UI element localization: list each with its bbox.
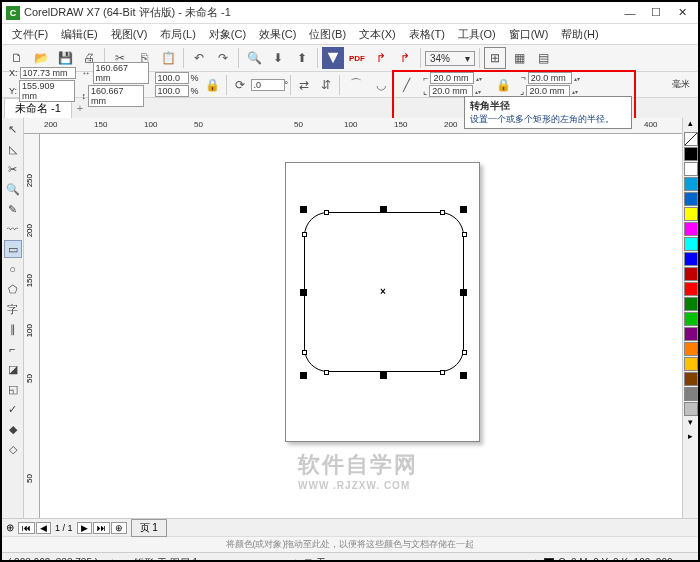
- swatch[interactable]: [684, 192, 698, 206]
- handle-tm[interactable]: [380, 206, 387, 213]
- import-button[interactable]: ⬇: [267, 47, 289, 69]
- rectangle-tool[interactable]: ▭: [4, 240, 22, 258]
- connector-tool[interactable]: ⌐: [4, 340, 22, 358]
- page-tab[interactable]: 页 1: [131, 519, 167, 537]
- last-page-button[interactable]: ⏭: [93, 522, 110, 534]
- ruler-vertical[interactable]: 250 200 150 100 50 50: [24, 134, 40, 518]
- ellipse-tool[interactable]: ○: [4, 260, 22, 278]
- status-next-icon[interactable]: ▶: [112, 557, 120, 562]
- swatch[interactable]: [684, 297, 698, 311]
- swatch[interactable]: [684, 252, 698, 266]
- transparency-tool[interactable]: ◱: [4, 380, 22, 398]
- palette-expand-icon[interactable]: ▸: [683, 431, 698, 445]
- handle-ml[interactable]: [300, 289, 307, 296]
- menu-table[interactable]: 表格(T): [403, 25, 451, 44]
- swatch-none[interactable]: [684, 132, 698, 146]
- node[interactable]: [302, 232, 307, 237]
- eyedropper-tool[interactable]: ✓: [4, 400, 22, 418]
- swatch[interactable]: [684, 267, 698, 281]
- shape-tool[interactable]: ◺: [4, 140, 22, 158]
- width-input[interactable]: 160.667 mm: [93, 62, 149, 84]
- palette-down-icon[interactable]: ▾: [683, 417, 698, 431]
- canvas[interactable]: × 软件自学网 WWW .RJZXW. COM: [40, 134, 682, 518]
- swatch[interactable]: [684, 312, 698, 326]
- mirror-h-button[interactable]: ⇄: [293, 74, 315, 96]
- menu-object[interactable]: 对象(C): [203, 25, 252, 44]
- node[interactable]: [324, 370, 329, 375]
- outline-indicator-icon[interactable]: ◆: [532, 557, 540, 562]
- snap-button[interactable]: ⊞: [484, 47, 506, 69]
- menu-help[interactable]: 帮助(H): [555, 25, 604, 44]
- swatch[interactable]: [684, 162, 698, 176]
- x-input[interactable]: 107.73 mm: [20, 67, 76, 79]
- parallel-tool[interactable]: ∥: [4, 320, 22, 338]
- text-tool[interactable]: 字: [4, 300, 22, 318]
- options-button[interactable]: ▦: [508, 47, 530, 69]
- swatch[interactable]: [684, 327, 698, 341]
- menu-text[interactable]: 文本(X): [353, 25, 402, 44]
- palette-up-icon[interactable]: ▴: [683, 118, 698, 132]
- publish-button[interactable]: [322, 47, 344, 69]
- handle-br[interactable]: [460, 372, 467, 379]
- outline-tool[interactable]: ◇: [4, 440, 22, 458]
- zoom-combo[interactable]: 34%▾: [425, 51, 475, 66]
- menu-window[interactable]: 窗口(W): [503, 25, 555, 44]
- handle-tl[interactable]: [300, 206, 307, 213]
- export-button[interactable]: ⬆: [291, 47, 313, 69]
- swatch[interactable]: [684, 402, 698, 416]
- swatch[interactable]: [684, 372, 698, 386]
- handle-bl[interactable]: [300, 372, 307, 379]
- swatch[interactable]: [684, 357, 698, 371]
- undo-button[interactable]: ↶: [188, 47, 210, 69]
- first-page-button[interactable]: ⏮: [18, 522, 35, 534]
- close-button[interactable]: ✕: [670, 4, 694, 22]
- corner-type-round-icon[interactable]: ⌒: [345, 74, 367, 96]
- lock-corners-icon[interactable]: 🔒: [492, 74, 514, 96]
- maximize-button[interactable]: ☐: [644, 4, 668, 22]
- handle-bm[interactable]: [380, 372, 387, 379]
- new-button[interactable]: 🗋: [6, 47, 28, 69]
- node[interactable]: [462, 350, 467, 355]
- scalex-input[interactable]: 100.0: [155, 72, 189, 84]
- artistic-tool[interactable]: 〰: [4, 220, 22, 238]
- paste-button[interactable]: 📋: [157, 47, 179, 69]
- open-button[interactable]: 📂: [30, 47, 52, 69]
- lock-ratio-icon[interactable]: 🔒: [202, 74, 224, 96]
- next-page-button[interactable]: ▶: [77, 522, 92, 534]
- fill-tool[interactable]: ◆: [4, 420, 22, 438]
- minimize-button[interactable]: —: [618, 4, 642, 22]
- menu-effects[interactable]: 效果(C): [253, 25, 302, 44]
- pdf-button[interactable]: PDF: [346, 47, 368, 69]
- menu-tools[interactable]: 工具(O): [452, 25, 502, 44]
- swatch[interactable]: [684, 282, 698, 296]
- corner-tr-input[interactable]: 20.0 mm: [528, 72, 572, 84]
- export-arrow2-icon[interactable]: ↱: [394, 47, 416, 69]
- corner-type-scallop-icon[interactable]: ◡: [370, 74, 392, 96]
- swatch[interactable]: [684, 222, 698, 236]
- fill-indicator-icon[interactable]: ◇: [292, 557, 300, 562]
- swatch[interactable]: [684, 237, 698, 251]
- corner-tl-input[interactable]: 20.0 mm: [430, 72, 474, 84]
- redo-button[interactable]: ↷: [212, 47, 234, 69]
- node[interactable]: [324, 210, 329, 215]
- swatch[interactable]: [684, 147, 698, 161]
- menu-edit[interactable]: 编辑(E): [55, 25, 104, 44]
- swatch[interactable]: [684, 177, 698, 191]
- y-input[interactable]: 155.909 mm: [19, 80, 75, 102]
- height-input[interactable]: 160.667 mm: [88, 85, 144, 107]
- polygon-tool[interactable]: ⬠: [4, 280, 22, 298]
- add-page-button[interactable]: ⊕: [111, 522, 127, 534]
- launch-button[interactable]: ▤: [532, 47, 554, 69]
- save-button[interactable]: 💾: [54, 47, 76, 69]
- pick-tool[interactable]: ↖: [4, 120, 22, 138]
- mirror-v-button[interactable]: ⇵: [315, 74, 337, 96]
- node[interactable]: [440, 210, 445, 215]
- scaley-input[interactable]: 100.0: [155, 85, 189, 97]
- prev-page-button[interactable]: ◀: [36, 522, 51, 534]
- freehand-tool[interactable]: ✎: [4, 200, 22, 218]
- handle-tr[interactable]: [460, 206, 467, 213]
- node[interactable]: [462, 232, 467, 237]
- swatch[interactable]: [684, 207, 698, 221]
- menu-view[interactable]: 视图(V): [105, 25, 154, 44]
- swatch[interactable]: [684, 387, 698, 401]
